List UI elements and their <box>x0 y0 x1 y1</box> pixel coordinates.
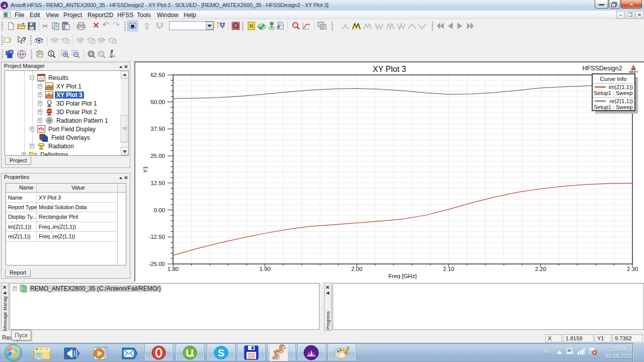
svg-text:62.50: 62.50 <box>150 72 165 78</box>
svg-text:2.00: 2.00 <box>351 266 362 272</box>
svg-text:0.00: 0.00 <box>154 207 165 213</box>
svg-text:ANSOFT: ANSOFT <box>629 71 638 73</box>
svg-text:50.00: 50.00 <box>150 99 165 105</box>
svg-text:2.30: 2.30 <box>627 266 638 272</box>
svg-text:Curve Info: Curve Info <box>600 76 626 82</box>
svg-text:Setup1 : Sweep: Setup1 : Sweep <box>594 104 633 110</box>
svg-text:re(Z(1,1)): re(Z(1,1)) <box>610 98 633 104</box>
svg-text:2.20: 2.20 <box>535 266 546 272</box>
svg-text:1.80: 1.80 <box>168 266 179 272</box>
svg-text:-25.00: -25.00 <box>148 261 165 267</box>
svg-text:12.50: 12.50 <box>150 180 165 186</box>
svg-text:Freq [GHz]: Freq [GHz] <box>388 273 417 279</box>
svg-text:1.90: 1.90 <box>259 266 270 272</box>
svg-text:Setup1 : Sweep: Setup1 : Sweep <box>594 90 633 96</box>
svg-text:2.10: 2.10 <box>443 266 454 272</box>
svg-text:-12.50: -12.50 <box>148 234 165 240</box>
svg-text:HFSSDesign2: HFSSDesign2 <box>582 65 622 72</box>
svg-text:S: S <box>218 347 224 358</box>
svg-text:25.00: 25.00 <box>150 153 165 159</box>
svg-text:Y1: Y1 <box>142 166 148 173</box>
svg-text:37.50: 37.50 <box>150 126 165 132</box>
svg-text:im(Z(1,1)): im(Z(1,1)) <box>609 84 633 90</box>
svg-text:?: ? <box>8 37 12 44</box>
svg-text:?: ? <box>22 36 26 43</box>
svg-text:XY Plot 3: XY Plot 3 <box>373 65 407 73</box>
